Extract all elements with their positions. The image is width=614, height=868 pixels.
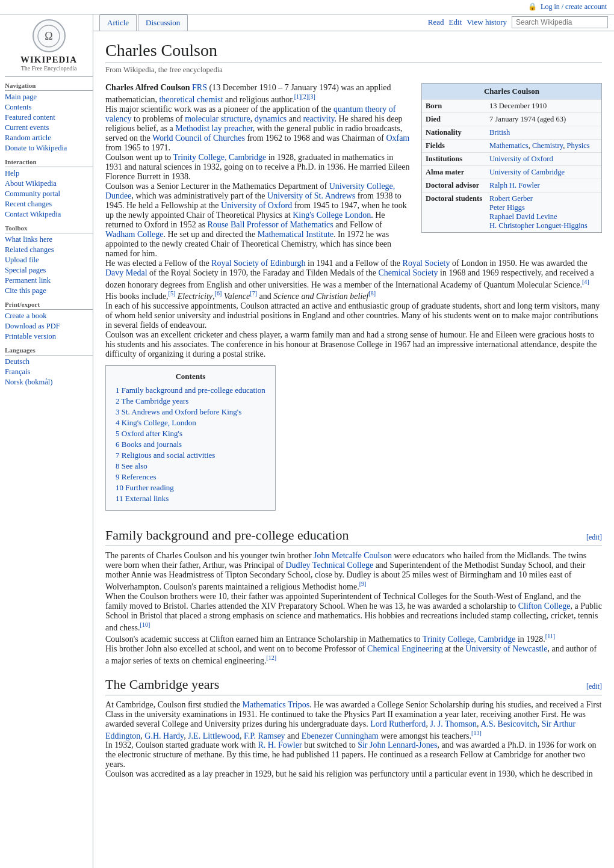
sidebar-item-donate[interactable]: Donate to Wikipedia <box>5 144 67 152</box>
top-bar: 🔒 Log in / create account <box>0 0 614 14</box>
sidebar-item-printable[interactable]: Printable version <box>5 332 56 340</box>
table-row: Institutions University of Oxford <box>422 153 601 166</box>
table-row: Born 13 December 1910 <box>422 100 601 113</box>
toc-link-5[interactable]: 5 Oxford after King's <box>116 429 182 438</box>
printexport-list: Create a book Download as PDF Printable … <box>5 311 93 342</box>
cambridge-para1: At Cambridge, Coulson first studied the … <box>105 700 602 741</box>
infobox-value-students: Robert Gerber Peter Higgs Raphael David … <box>486 192 601 233</box>
article-content: Charles Coulson From Wikipedia, the free… <box>93 31 614 789</box>
infobox-value-advisor: Ralph H. Fowler <box>486 179 601 192</box>
sidebar-item-featured[interactable]: Featured content <box>5 113 55 122</box>
languages-list: Deutsch Français Norsk (bokmål) <box>5 357 93 387</box>
logo-icon: Ω <box>33 19 66 52</box>
languages-section-label: Languages <box>5 346 93 356</box>
search-input[interactable] <box>512 16 608 28</box>
list-item: 10 Further reading <box>116 482 265 493</box>
section-title-text: Family background and pre-college educat… <box>105 528 349 543</box>
sidebar-item-help[interactable]: Help <box>5 169 19 177</box>
sidebar-item-contact[interactable]: Contact Wikipedia <box>5 210 61 218</box>
sidebar-item-current-events[interactable]: Current events <box>5 123 49 132</box>
toc-link-6[interactable]: 6 Books and journals <box>116 440 182 449</box>
section-title-cambridge-text: The Cambridge years <box>105 677 219 692</box>
infobox-table: Born 13 December 1910 Died 7 January 197… <box>422 99 601 232</box>
infobox-label-alma: Alma mater <box>422 166 486 179</box>
table-row: Alma mater University of Cambridge <box>422 166 601 179</box>
toc-link-7[interactable]: 7 Religious and social activities <box>116 451 215 460</box>
action-edit[interactable]: Edit <box>449 17 462 27</box>
toolbox-list: What links here Related changes Upload f… <box>5 235 93 296</box>
infobox-label-fields: Fields <box>422 140 486 153</box>
toc-link-10[interactable]: 10 Further reading <box>116 483 174 492</box>
list-item: 8 See also <box>116 461 265 472</box>
tab-actions: Read Edit View history <box>428 16 608 31</box>
section-edit-cambridge[interactable]: [edit] <box>586 682 602 691</box>
tab-discussion[interactable]: Discussion <box>138 14 188 31</box>
family-para1: The parents of Charles Coulson and his y… <box>105 551 602 592</box>
infobox-label-students: Doctoral students <box>422 192 486 233</box>
list-item: 2 The Cambridge years <box>116 396 265 407</box>
toc-link-8[interactable]: 8 See also <box>116 461 147 470</box>
lock-icon: 🔒 <box>528 2 537 11</box>
list-item: 5 Oxford after King's <box>116 428 265 439</box>
toc-link-4[interactable]: 4 King's College, London <box>116 418 196 427</box>
cambridge-para3: Coulson was accredited as a lay preacher… <box>105 769 602 779</box>
list-item: 9 References <box>116 472 265 482</box>
sidebar-item-contents[interactable]: Contents <box>5 103 31 111</box>
wiki-logo: Ω WIKIPEDIA The Free Encyclopedia <box>5 19 93 77</box>
sidebar-item-what-links[interactable]: What links here <box>5 235 52 244</box>
sidebar-item-download-pdf[interactable]: Download as PDF <box>5 322 60 330</box>
family-para4: His brother John also excelled at school… <box>105 644 602 666</box>
infobox: Charles Coulson Born 13 December 1910 Di… <box>421 83 602 233</box>
svg-text:Ω: Ω <box>45 30 52 42</box>
sidebar-item-related-changes[interactable]: Related changes <box>5 245 54 254</box>
contents-box: Contents 1 Family background and pre-col… <box>105 365 276 511</box>
section-edit-family[interactable]: [edit] <box>586 533 602 542</box>
nav-section-label: Navigation <box>5 82 93 91</box>
cambridge-para2: In 1932, Coulson started graduate work w… <box>105 740 602 769</box>
infobox-label-advisor: Doctoral advisor <box>422 179 486 192</box>
login-link[interactable]: Log in / create account <box>541 2 607 11</box>
infobox-label-born: Born <box>422 100 486 113</box>
sidebar-item-norsk[interactable]: Norsk (bokmål) <box>5 378 53 386</box>
tabs-bar: Article Discussion Read Edit View histor… <box>93 14 614 31</box>
printexport-section-label: Print/export <box>5 301 93 310</box>
sidebar-item-cite[interactable]: Cite this page <box>5 286 46 295</box>
table-row: Doctoral students Robert Gerber Peter Hi… <box>422 192 601 233</box>
family-para3: Coulson's academic success at Clifton ea… <box>105 632 602 644</box>
infobox-label-nationality: Nationality <box>422 126 486 140</box>
infobox-value-nationality: British <box>486 126 601 140</box>
toc-link-11[interactable]: 11 External links <box>116 494 169 503</box>
toc-link-1[interactable]: 1 Family background and pre-college educ… <box>116 386 265 395</box>
section-title-cambridge: The Cambridge years [edit] <box>105 677 602 695</box>
toolbox-section-label: Toolbox <box>5 224 93 233</box>
sidebar-item-special[interactable]: Special pages <box>5 266 46 274</box>
list-item: 6 Books and journals <box>116 439 265 450</box>
table-row: Nationality British <box>422 126 601 140</box>
sidebar-item-create-book[interactable]: Create a book <box>5 312 46 320</box>
sidebar-item-upload[interactable]: Upload file <box>5 256 39 264</box>
sidebar-item-deutsch[interactable]: Deutsch <box>5 357 29 366</box>
sidebar-item-about[interactable]: About Wikipedia <box>5 179 57 188</box>
tab-article[interactable]: Article <box>99 14 137 31</box>
interaction-list: Help About Wikipedia Community portal Re… <box>5 168 93 220</box>
infobox-value-institutions: University of Oxford <box>486 153 601 166</box>
contents-title: Contents <box>116 372 265 381</box>
list-item: 7 Religious and social activities <box>116 450 265 461</box>
sidebar-item-francais[interactable]: Français <box>5 368 30 376</box>
toc-link-2[interactable]: 2 The Cambridge years <box>116 396 188 405</box>
toc-link-9[interactable]: 9 References <box>116 472 157 481</box>
logo-subtitle: The Free Encyclopedia <box>5 65 93 72</box>
sidebar-item-recent-changes[interactable]: Recent changes <box>5 200 52 208</box>
nationality-link[interactable]: British <box>489 128 510 137</box>
intro-para7: Coulson was an excellent cricketer and c… <box>105 330 602 359</box>
toc-link-3[interactable]: 3 St. Andrews and Oxford before King's <box>116 407 241 416</box>
sidebar-item-community[interactable]: Community portal <box>5 189 60 198</box>
nav-list: Main page Contents Featured content Curr… <box>5 92 93 153</box>
sidebar-item-permanent[interactable]: Permanent link <box>5 276 51 285</box>
sidebar-item-random[interactable]: Random article <box>5 134 51 142</box>
action-read[interactable]: Read <box>428 17 444 27</box>
contents-list: 1 Family background and pre-college educ… <box>116 385 265 504</box>
action-view-history[interactable]: View history <box>467 17 507 27</box>
sidebar-item-main-page[interactable]: Main page <box>5 93 37 101</box>
family-para2: When the Coulson brothers were 10, their… <box>105 592 602 633</box>
